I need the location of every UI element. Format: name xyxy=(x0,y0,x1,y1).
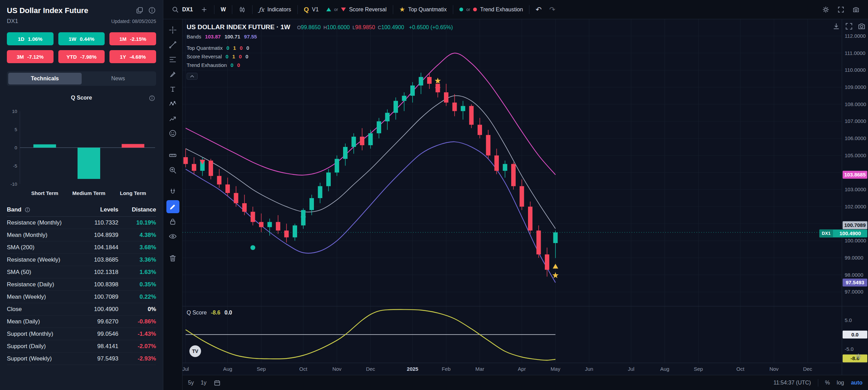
svg-text:100.7089: 100.7089 xyxy=(844,222,866,228)
performance-grid: 1D1.06%1W0.44%1M-2.15%3M-7.12%YTD-7.98%1… xyxy=(7,32,156,63)
svg-text:Sep: Sep xyxy=(694,366,703,372)
emoji-tool[interactable] xyxy=(166,127,179,140)
chart-bottom-toolbar: 5y 1y 11:54:37 (UTC) % log auto xyxy=(183,375,868,390)
interval-button[interactable]: W xyxy=(217,4,229,15)
svg-text:Dec: Dec xyxy=(803,366,812,372)
qscore-bar-chart: 1050-5-10Short TermMedium TermLong Term xyxy=(7,105,156,200)
svg-text:Jun: Jun xyxy=(585,366,593,372)
hide-drawings-tool[interactable] xyxy=(166,230,179,243)
svg-text:Mar: Mar xyxy=(476,366,484,372)
svg-text:Nov: Nov xyxy=(770,366,779,372)
add-symbol-button[interactable] xyxy=(197,4,211,15)
range-1y-button[interactable]: 1y xyxy=(201,380,207,386)
fullscreen-button[interactable] xyxy=(834,4,848,15)
trend-exhaustion-toggle[interactable]: or Trend Exhaustion xyxy=(456,4,526,15)
band-table-row: Close100.49000% xyxy=(7,303,156,316)
trendline-tool[interactable] xyxy=(166,38,179,51)
settings-button[interactable] xyxy=(819,4,833,15)
sidebar-tabs: TechnicalsNews xyxy=(7,71,156,86)
crosshair-tool[interactable] xyxy=(166,23,179,36)
svg-text:Oct: Oct xyxy=(736,366,744,372)
band-table-row: Support (Weekly)97.5493-2.93% xyxy=(7,353,156,365)
drawing-toolbar xyxy=(163,19,183,390)
band-table-row: Mean (Weekly)100.70890.22% xyxy=(7,291,156,303)
lock-drawings-tool[interactable] xyxy=(166,215,179,228)
perf-3m-button[interactable]: 3M-7.12% xyxy=(7,50,54,63)
svg-text:108.0000: 108.0000 xyxy=(845,101,866,107)
goto-date-icon[interactable] xyxy=(213,379,221,387)
perf-ytd-button[interactable]: YTD-7.98% xyxy=(58,50,105,63)
zoom-in-tool[interactable] xyxy=(166,163,179,176)
svg-text:105.0000: 105.0000 xyxy=(845,152,866,158)
auto-scale-button[interactable]: auto xyxy=(851,380,863,386)
maximize-pane-icon[interactable] xyxy=(845,22,853,31)
collapse-legend-button[interactable] xyxy=(187,73,198,80)
perf-1y-button[interactable]: 1Y-4.68% xyxy=(109,50,156,63)
search-icon xyxy=(172,6,179,13)
page-title: US Dollar Index Future xyxy=(7,6,88,15)
teal-dot-icon xyxy=(459,8,463,11)
perf-1m-button[interactable]: 1M-2.15% xyxy=(109,32,156,45)
compare-icon[interactable] xyxy=(136,6,144,16)
band-levels-table: Band Levels Distance Resistance (Monthly… xyxy=(7,203,156,365)
svg-text:Dec: Dec xyxy=(366,366,375,372)
svg-text:Jul: Jul xyxy=(628,366,634,372)
price-chart[interactable]: 97.000098.000099.0000100.0000101.0000102… xyxy=(183,19,868,375)
screenshot-button[interactable] xyxy=(849,4,863,15)
triangle-down-icon xyxy=(341,8,346,11)
plus-icon xyxy=(200,6,208,13)
tab-technicals[interactable]: Technicals xyxy=(8,73,82,84)
score-reversal-label: Score Reversal xyxy=(349,7,386,13)
text-tool[interactable] xyxy=(166,82,179,95)
score-reversal-toggle[interactable]: or Score Reversal xyxy=(323,4,390,15)
svg-text:May: May xyxy=(551,366,561,372)
percent-scale-button[interactable]: % xyxy=(825,380,830,386)
svg-text:-5.0: -5.0 xyxy=(845,346,854,352)
redo-button[interactable]: ↷ xyxy=(546,3,559,16)
svg-text:109.0000: 109.0000 xyxy=(845,84,866,90)
draw-mode-tool[interactable] xyxy=(166,200,179,213)
camera-icon[interactable] xyxy=(857,22,866,31)
symbol-search[interactable]: DX1 xyxy=(168,4,196,15)
levels-column-header: Levels xyxy=(81,206,118,213)
qscore-pane-settings[interactable] xyxy=(855,353,862,361)
svg-text:97.5493: 97.5493 xyxy=(846,279,864,285)
remove-drawings-tool[interactable] xyxy=(166,252,179,265)
log-scale-button[interactable]: log xyxy=(837,380,844,386)
perf-1d-button[interactable]: 1D1.06% xyxy=(7,32,54,45)
tab-news[interactable]: News xyxy=(82,73,155,84)
magnet-tool[interactable] xyxy=(166,185,179,198)
top-quantmatix-toggle[interactable]: ★ Top Quantmatix xyxy=(396,3,450,15)
info-icon[interactable] xyxy=(148,6,156,16)
indicators-button[interactable]: ƒx Indicators xyxy=(255,4,294,15)
triangle-up-icon xyxy=(326,8,331,11)
chart-type-button[interactable] xyxy=(235,4,249,15)
tradingview-logo[interactable]: TV xyxy=(189,345,201,357)
brush-tool[interactable] xyxy=(166,68,179,81)
gear-icon xyxy=(822,6,830,13)
emoji-icon xyxy=(168,129,177,138)
fib-retracement-tool[interactable] xyxy=(166,53,179,66)
band-table-row: Resistance (Monthly)110.733210.19% xyxy=(7,217,156,229)
info-icon[interactable] xyxy=(24,207,31,213)
eye-icon xyxy=(168,232,177,241)
svg-text:Nov: Nov xyxy=(332,366,342,372)
pattern-icon xyxy=(168,100,177,108)
range-5y-button[interactable]: 5y xyxy=(188,380,194,386)
undo-button[interactable]: ↶ xyxy=(532,3,545,16)
fx-icon: ƒx xyxy=(259,6,264,13)
forecast-tool[interactable] xyxy=(166,112,179,125)
perf-1w-button[interactable]: 1W0.44% xyxy=(58,32,105,45)
info-icon[interactable] xyxy=(149,95,155,103)
measure-icon xyxy=(168,151,177,160)
clock-label[interactable]: 11:54:37 (UTC) xyxy=(774,380,811,386)
svg-text:Jul: Jul xyxy=(183,366,189,372)
pane-down-icon[interactable] xyxy=(832,22,841,31)
pane-controls xyxy=(832,22,866,31)
pink-price-label: 103.8685 xyxy=(843,171,867,179)
pattern-tool[interactable] xyxy=(166,97,179,110)
measure-tool[interactable] xyxy=(166,149,179,162)
chart-toolbar: DX1 W ƒx Indicators Q V1 or xyxy=(163,0,868,19)
quantmatix-v1-button[interactable]: Q V1 xyxy=(301,4,322,15)
band-table-row: Mean (Monthly)104.89394.38% xyxy=(7,229,156,241)
